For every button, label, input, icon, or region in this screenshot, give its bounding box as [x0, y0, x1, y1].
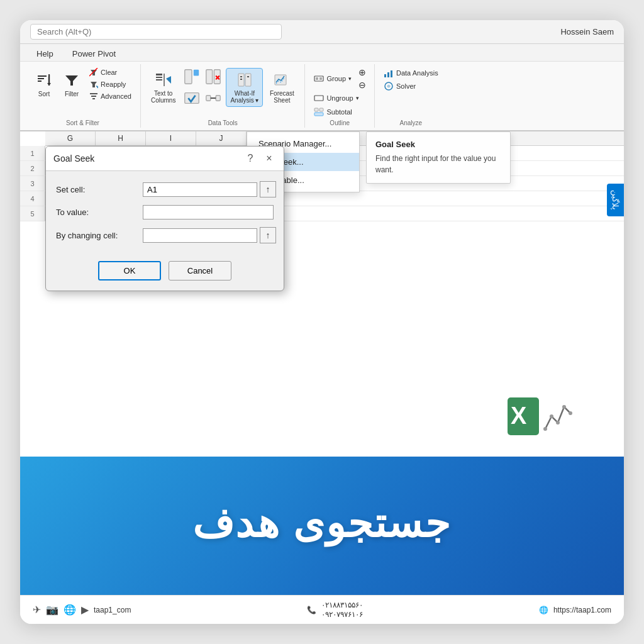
advanced-label: Advanced: [101, 92, 131, 100]
svg-rect-37: [314, 96, 323, 101]
advanced-icon: [89, 92, 98, 101]
set-cell-input-wrap: ↑: [143, 181, 276, 197]
svg-rect-1: [38, 78, 44, 79]
filter-small-group: Clear Reapply Advanced: [87, 67, 134, 102]
search-input[interactable]: [30, 24, 282, 40]
ok-button[interactable]: OK: [98, 261, 161, 280]
flash-fill-button[interactable]: [182, 67, 202, 87]
relationships-button[interactable]: [203, 88, 223, 108]
to-value-input[interactable]: [143, 205, 274, 219]
ribbon: Help Power Pivot: [20, 44, 624, 131]
svg-rect-36: [319, 77, 322, 80]
telegram-icon[interactable]: ✈: [33, 604, 41, 616]
filter-button[interactable]: Filter: [59, 69, 84, 100]
forecast-sheet-label: Forecast Sheet: [270, 90, 294, 104]
subtotal-row: Subtotal: [311, 106, 368, 118]
reapply-icon: [89, 80, 98, 89]
solver-button[interactable]: Solver: [381, 80, 441, 92]
phone-icon: 📞: [307, 606, 316, 614]
col-j[interactable]: J: [196, 131, 247, 145]
data-validation-icon: [183, 89, 201, 107]
hide-detail-button[interactable]: ⊖: [357, 79, 368, 91]
data-validation-button[interactable]: [182, 88, 202, 108]
forecast-sheet-button[interactable]: Forecast Sheet: [265, 69, 298, 106]
outline-group-label: Outline: [330, 119, 350, 126]
col-g[interactable]: G: [45, 131, 96, 145]
remove-duplicates-icon: [204, 68, 222, 86]
ungroup-button[interactable]: Ungroup ▾: [311, 92, 361, 104]
clear-button[interactable]: Clear: [87, 67, 134, 78]
ribbon-content: Sort Filter Clear: [20, 61, 624, 130]
svg-marker-5: [47, 83, 51, 86]
what-if-label: What-If Analysis ▾: [230, 90, 258, 104]
group-button[interactable]: Group ▾: [311, 72, 354, 85]
cancel-button[interactable]: Cancel: [169, 261, 231, 280]
dialog-title: Goal Seek: [53, 153, 94, 164]
ungroup-icon: [314, 93, 324, 103]
footer-phones: 📞 ۰۲۱۸۸۳۱۵۵۶۰ ۰۹۲۰۷۹۷۶۱۰۶: [307, 601, 363, 619]
bottom-banner: جستجوی هدف: [20, 457, 624, 595]
remove-duplicates-button[interactable]: [203, 67, 223, 87]
svg-rect-15: [156, 79, 162, 80]
data-analysis-button[interactable]: Data Analysis: [381, 67, 441, 79]
row-num: 4: [20, 191, 45, 206]
banner-text: جستجوی هدف: [192, 500, 452, 547]
set-cell-input[interactable]: [143, 182, 257, 197]
youtube-icon[interactable]: ▶: [81, 604, 89, 616]
user-name: Hossein Saem: [560, 27, 614, 36]
show-detail-button[interactable]: ⊕: [357, 67, 368, 78]
row-num: 5: [20, 206, 45, 221]
goal-seek-dialog-overlay: Goal Seek ? × Set cell: ↑ To value:: [45, 146, 284, 291]
row-num: 3: [20, 176, 45, 191]
reapply-button[interactable]: Reapply: [87, 79, 134, 90]
by-changing-ref-button[interactable]: ↑: [260, 227, 276, 243]
col-h[interactable]: H: [96, 131, 146, 145]
svg-rect-29: [245, 74, 251, 86]
instagram-icon[interactable]: 📷: [46, 604, 58, 616]
text-to-columns-button[interactable]: Text to Columns: [147, 69, 179, 106]
outline-buttons: Group ▾ ⊕ ⊖ Ungroup: [311, 67, 368, 118]
svg-rect-0: [38, 75, 47, 77]
svg-rect-30: [240, 76, 242, 77]
dialog-footer: OK Cancel: [46, 258, 284, 291]
tab-power-pivot[interactable]: Power Pivot: [64, 47, 125, 61]
svg-marker-17: [166, 76, 171, 84]
footer-website: 🌐 https://taap1.com: [539, 606, 611, 614]
by-changing-input-wrap: ↑: [143, 227, 276, 243]
sort-button[interactable]: Sort: [31, 69, 57, 100]
svg-rect-41: [384, 74, 386, 77]
text-to-columns-label: Text to Columns: [151, 90, 175, 104]
tooltip-title: Goal Seek: [375, 140, 501, 149]
filter-label: Filter: [65, 91, 79, 97]
reapply-label: Reapply: [101, 80, 126, 88]
svg-rect-18: [185, 70, 192, 84]
svg-text:X: X: [511, 402, 527, 429]
dialog-controls: ? ×: [243, 152, 276, 165]
set-cell-label: Set cell:: [56, 185, 138, 194]
solver-label: Solver: [396, 82, 416, 90]
analyze-group: Data Analysis Solver Analyze: [375, 64, 447, 128]
tab-help[interactable]: Help: [28, 47, 62, 61]
dialog-help-button[interactable]: ?: [243, 152, 257, 165]
data-analysis-icon: [384, 68, 394, 78]
ribbon-tabs: Help Power Pivot: [20, 47, 624, 61]
svg-rect-19: [194, 70, 199, 76]
group-arrow: ▾: [348, 75, 352, 82]
phone2: ۰۹۲۰۷۹۷۶۱۰۶: [321, 610, 363, 619]
svg-marker-7: [91, 70, 97, 75]
ungroup-arrow: ▾: [356, 95, 359, 101]
phone1: ۰۲۱۸۸۳۱۵۵۶۰: [321, 601, 363, 609]
svg-marker-9: [91, 82, 97, 87]
by-changing-input[interactable]: [143, 228, 257, 243]
dialog-close-button[interactable]: ×: [262, 152, 276, 165]
sort-filter-group: Sort Filter Clear: [25, 64, 141, 128]
col-i[interactable]: I: [146, 131, 196, 145]
subtotal-button[interactable]: Subtotal: [311, 106, 354, 118]
website-icon[interactable]: 🌐: [64, 604, 76, 616]
website-url[interactable]: https://taap1.com: [553, 606, 611, 614]
set-cell-ref-button[interactable]: ↑: [260, 181, 276, 197]
advanced-button[interactable]: Advanced: [87, 91, 134, 102]
svg-rect-26: [216, 96, 221, 101]
group-row: Group ▾ ⊕ ⊖: [311, 67, 368, 91]
what-if-analysis-button[interactable]: What-If Analysis ▾: [226, 68, 263, 107]
